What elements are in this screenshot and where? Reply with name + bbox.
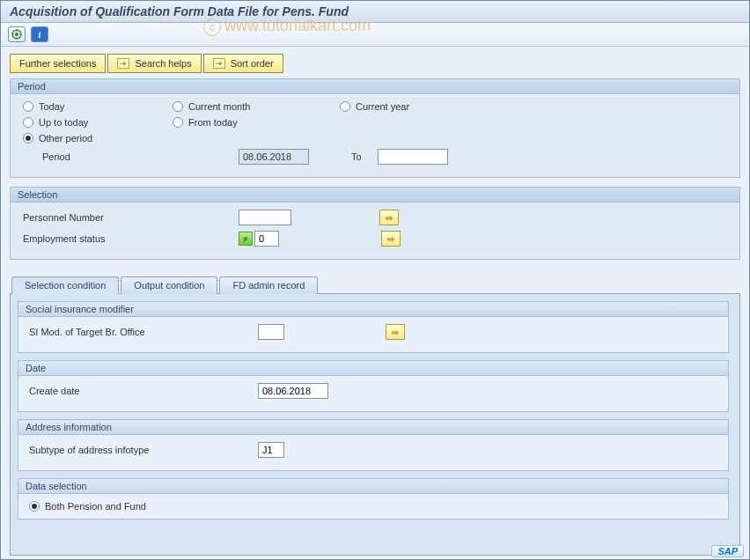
radio-both-pension-fund[interactable]: Both Pension and Fund [29,501,717,512]
groupbox-title: Social insurance modifier [18,302,728,317]
selection-buttons-row: Further selections ➔ Search helps ➔ Sort… [10,54,740,73]
radio-icon [173,117,183,128]
tab-panel: Social insurance modifier SI Mod. of Tar… [10,293,740,556]
info-button[interactable]: i [31,26,48,42]
selection-groupbox: Selection Personnel Number ⇨ Employment … [10,187,740,260]
radio-icon [173,101,183,112]
button-label: Search helps [135,58,191,69]
radio-up-to-today[interactable]: Up to today [23,117,173,128]
tab-output-condition[interactable]: Output condition [121,276,217,294]
arrow-right-icon: ➔ [213,58,225,69]
personnel-number-input[interactable] [239,210,291,225]
further-selections-button[interactable]: Further selections [10,54,106,73]
period-from-input[interactable] [239,149,309,165]
button-label: Further selections [19,58,96,69]
not-equal-icon[interactable]: ≠ [239,232,253,246]
address-subtype-input[interactable] [258,442,284,458]
data-selection-groupbox: Data selection Both Pension and Fund [18,478,729,519]
address-subtype-label: Subtype of address infotype [29,445,258,455]
radio-icon [23,101,33,112]
app-toolbar: i [1,23,749,47]
groupbox-title: Date [18,361,728,376]
groupbox-title: Period [11,79,739,94]
groupbox-title: Data selection [18,479,728,494]
radio-current-month[interactable]: Current month [173,101,340,112]
radio-icon [29,501,40,512]
period-label: Period [23,151,239,162]
tabstrip: Selection condition Output condition FD … [11,276,740,293]
create-date-label: Create date [29,386,258,396]
radio-label: Both Pension and Fund [45,501,146,512]
radio-label: From today [188,117,238,128]
content-area: Further selections ➔ Search helps ➔ Sort… [1,47,749,557]
radio-label: Current year [356,101,409,112]
arrow-right-icon: ⇨ [392,328,399,337]
tab-fd-admin-record[interactable]: FD admin record [219,276,318,294]
arrow-right-icon: ⇨ [387,234,394,244]
radio-other-period[interactable]: Other period [23,133,173,144]
execute-icon [11,29,22,40]
radio-label: Today [39,101,64,112]
sap-logo: SAP [711,545,744,557]
svg-point-1 [15,33,18,36]
si-modifier-groupbox: Social insurance modifier SI Mod. of Tar… [18,301,729,353]
radio-label: Other period [39,133,92,144]
radio-icon [340,101,350,112]
radio-label: Current month [188,101,250,112]
search-helps-button[interactable]: ➔ Search helps [107,54,201,73]
employment-status-input[interactable] [254,231,279,247]
info-icon: i [39,30,41,40]
create-date-input[interactable] [258,383,328,399]
radio-label: Up to today [39,117,88,128]
radio-today[interactable]: Today [23,101,173,112]
button-label: Sort order [231,58,274,69]
date-groupbox: Date Create date [18,360,729,412]
period-groupbox: Period Today Current month Current year [10,78,740,178]
arrow-right-icon: ➔ [117,58,129,69]
sort-order-button[interactable]: ➔ Sort order [203,54,283,73]
radio-icon [23,117,33,128]
sap-window: Acquisition of Qualification Form Data F… [0,0,750,560]
si-mod-label: SI Mod. of Target Br. Office [29,327,258,337]
period-to-input[interactable] [378,149,448,165]
tab-selection-condition[interactable]: Selection condition [11,276,119,294]
arrow-right-icon: ⇨ [386,213,393,223]
groupbox-title: Address information [18,420,728,435]
period-to-label: To [351,151,362,162]
radio-current-year[interactable]: Current year [340,101,489,112]
employment-status-label: Employment status [23,233,239,244]
radio-from-today[interactable]: From today [173,117,340,128]
groupbox-title: Selection [11,188,739,203]
si-mod-input[interactable] [258,324,284,340]
tab-scroll-area[interactable]: Social insurance modifier SI Mod. of Tar… [18,301,732,548]
page-title: Acquisition of Qualification Form Data F… [1,1,749,23]
address-info-groupbox: Address information Subtype of address i… [18,419,729,471]
radio-icon [23,133,33,144]
execute-button[interactable] [8,26,26,42]
multiple-selection-button[interactable]: ⇨ [379,210,399,225]
personnel-number-label: Personnel Number [23,212,239,223]
multiple-selection-button[interactable]: ⇨ [381,231,401,247]
multiple-selection-button[interactable]: ⇨ [386,324,405,340]
